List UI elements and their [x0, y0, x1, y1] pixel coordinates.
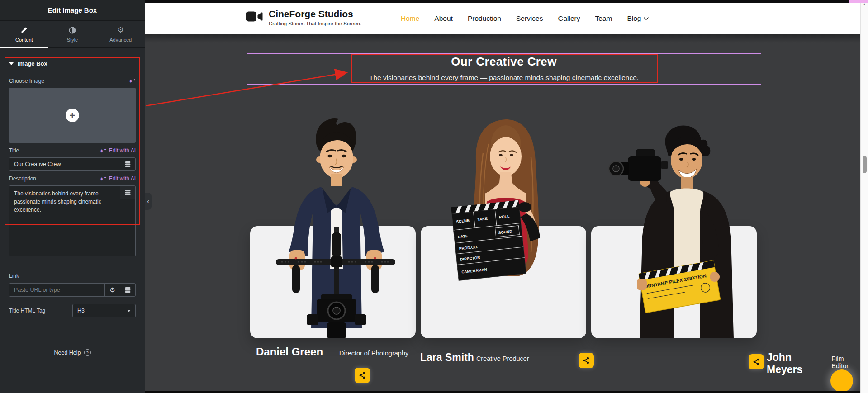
share-button[interactable]	[749, 354, 764, 369]
scroll-up-icon[interactable]: ▲	[861, 2, 868, 6]
member-role: Director of Photography	[339, 350, 408, 357]
image-box-section-header[interactable]: Image Box	[0, 48, 145, 73]
video-camera-logo-icon	[246, 10, 263, 24]
add-image-icon: +	[66, 109, 79, 122]
nav-blog[interactable]: Blog	[627, 14, 649, 23]
nav-home[interactable]: Home	[401, 14, 419, 23]
floating-action-button[interactable]	[830, 369, 853, 392]
section-subheading: The visionaries behind every frame — pas…	[247, 74, 761, 82]
dynamic-tags-button[interactable]	[120, 186, 135, 199]
link-field: Link ⚙	[0, 271, 145, 297]
ai-sparkle-icon: ✦✦	[100, 176, 107, 182]
member-name: Lara Smith	[420, 351, 474, 364]
ai-sparkle-icon: ✦✦	[100, 148, 107, 154]
nav-services[interactable]: Services	[516, 14, 543, 23]
gear-icon: ⚙	[117, 26, 124, 34]
pencil-icon	[21, 26, 28, 34]
database-icon	[124, 287, 131, 293]
title-input[interactable]	[9, 158, 120, 170]
panel-collapse-button[interactable]: ‹	[145, 193, 152, 210]
panel-header: Edit Image Box	[0, 0, 145, 21]
member-role: Film Editor	[831, 355, 860, 369]
database-icon	[124, 161, 131, 167]
browser-scrollbar[interactable]: ▲	[860, 0, 868, 393]
title-field: Title ✦✦ Edit with AI	[0, 147, 145, 171]
section-handle-line	[247, 53, 761, 54]
panel-title: Edit Image Box	[48, 6, 97, 14]
share-button[interactable]	[579, 353, 594, 368]
description-label: Description	[9, 175, 36, 182]
database-icon	[124, 189, 131, 196]
link-label: Link	[9, 273, 19, 279]
section-heading: Our Creative Crew	[247, 55, 761, 69]
section-handle-line	[247, 84, 761, 85]
nav-gallery[interactable]: Gallery	[558, 14, 580, 23]
image-box-widget[interactable]: Our Creative Crew The visionaries behind…	[247, 55, 761, 82]
section-title: Image Box	[18, 60, 47, 67]
section-handle-strip	[849, 0, 868, 3]
contrast-icon	[69, 26, 76, 34]
site-header: CineForge Studios Crafting Stories That …	[145, 3, 860, 34]
site-preview: CineForge Studios Crafting Stories That …	[145, 0, 868, 393]
nav-team[interactable]: Team	[595, 14, 612, 23]
member-name: John Meyers	[767, 351, 825, 376]
panel-body: Image Box Choose Image ✦✦ + Title ✦✦ Edi…	[0, 48, 145, 317]
choose-image-box[interactable]: +	[9, 88, 136, 143]
gear-icon: ⚙	[109, 287, 115, 293]
dynamic-tags-button[interactable]	[120, 284, 135, 296]
tab-label: Content	[15, 37, 33, 43]
edit-with-ai-button[interactable]: ✦✦ Edit with AI	[100, 147, 136, 154]
caret-down-icon	[9, 62, 14, 65]
edit-with-ai-button[interactable]: ✦✦ Edit with AI	[100, 175, 136, 182]
share-icon	[752, 358, 760, 366]
link-options-button[interactable]: ⚙	[104, 284, 120, 296]
section-handle-bar	[145, 0, 860, 3]
scrollbar-thumb[interactable]	[863, 156, 867, 173]
main-nav: Home About Production Services Gallery T…	[401, 3, 649, 34]
description-field: Description ✦✦ Edit with AI The visionar…	[0, 175, 145, 265]
link-input[interactable]	[9, 284, 104, 296]
member-name: Daniel Green	[256, 346, 323, 358]
nav-about[interactable]: About	[434, 14, 453, 23]
screenshot-root: Edit Image Box Content Style ⚙ Advanced	[0, 0, 868, 393]
site-brand[interactable]: CineForge Studios Crafting Stories That …	[246, 9, 361, 26]
chevron-down-icon	[644, 17, 649, 20]
team-section: Our Creative Crew The visionaries behind…	[145, 34, 860, 391]
team-caption: Lara Smith Creative Producer	[420, 351, 529, 364]
help-icon: ?	[84, 349, 91, 356]
site-title: CineForge Studios	[269, 9, 361, 19]
description-textarea[interactable]: The visionaries behind every frame — pas…	[9, 186, 135, 256]
team-caption: Daniel Green Director of Photography	[256, 346, 408, 358]
bottom-edge-bar	[145, 391, 860, 393]
share-button[interactable]	[355, 368, 370, 383]
need-help-link[interactable]: Need Help ?	[0, 349, 145, 356]
nav-production[interactable]: Production	[468, 14, 501, 23]
choose-image-label: Choose Image	[9, 78, 44, 84]
title-html-tag-select[interactable]: H3	[72, 304, 136, 317]
tab-advanced[interactable]: ⚙ Advanced	[96, 21, 145, 47]
title-label: Title	[9, 147, 19, 154]
share-icon	[582, 356, 590, 365]
panel-tabs: Content Style ⚙ Advanced	[0, 21, 145, 48]
tab-content[interactable]: Content	[0, 21, 48, 47]
caret-down-icon	[127, 310, 131, 312]
tab-label: Advanced	[109, 37, 132, 43]
share-icon	[358, 371, 366, 379]
team-photo-lara: SCENE TAKE ROLL DATE SOUND PROD.CO. DIRE…	[438, 117, 574, 338]
ai-sparkle-icon[interactable]: ✦✦	[128, 78, 136, 84]
divider	[9, 265, 136, 265]
tab-label: Style	[67, 37, 78, 43]
clapperboard: SCENE TAKE ROLL DATE SOUND PROD.CO. DIRE…	[451, 200, 526, 281]
dynamic-tags-button[interactable]	[120, 158, 135, 170]
team-photo-daniel	[268, 115, 403, 338]
site-tagline: Crafting Stories That Inspire the Screen…	[269, 21, 361, 26]
title-html-tag-field: Title HTML Tag H3	[0, 304, 145, 317]
choose-image-field: Choose Image ✦✦ +	[0, 78, 145, 143]
team-photo-john: DRNYAME PILEX Z69XTION	[598, 123, 747, 338]
elementor-edit-panel: Edit Image Box Content Style ⚙ Advanced	[0, 0, 145, 393]
member-role: Creative Producer	[476, 355, 529, 362]
title-html-tag-label: Title HTML Tag	[9, 308, 45, 314]
tab-style[interactable]: Style	[48, 21, 97, 47]
